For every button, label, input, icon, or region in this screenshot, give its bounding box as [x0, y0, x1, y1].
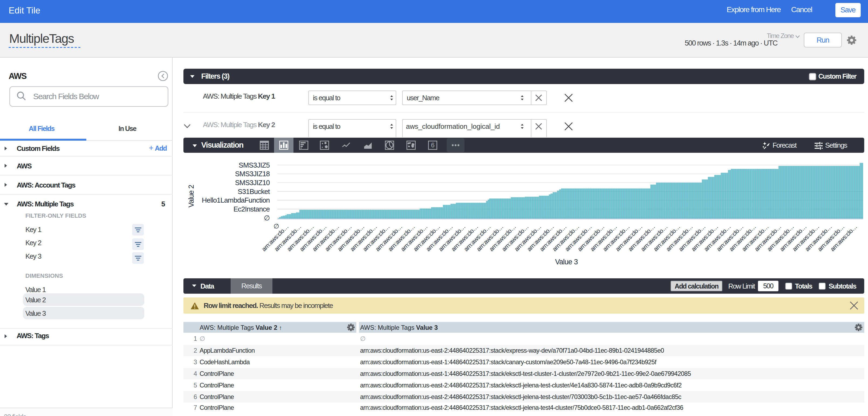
svg-text:∅: ∅	[264, 214, 270, 222]
svg-text:SMS3JIZ10: SMS3JIZ10	[235, 179, 270, 187]
svg-text:Value 2: Value 2	[187, 185, 195, 207]
svg-text:SMS3JIZ5: SMS3JIZ5	[239, 161, 270, 169]
svg-text:SMS3JIZ18: SMS3JIZ18	[235, 170, 270, 178]
svg-text:S31Bucket: S31Bucket	[238, 187, 270, 196]
svg-text:Value 3: Value 3	[555, 258, 578, 266]
svg-text:∅: ∅	[274, 222, 279, 230]
svg-text:Hello1LambdaFunction: Hello1LambdaFunction	[202, 196, 270, 204]
svg-text:Ec2Instance: Ec2Instance	[233, 205, 270, 213]
